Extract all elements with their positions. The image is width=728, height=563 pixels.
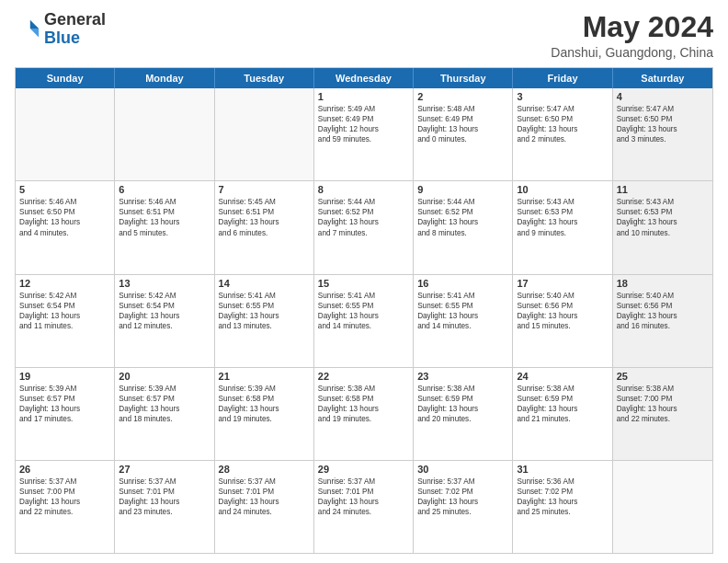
day-number: 20 [119,371,210,382]
day-cell-28: 28Sunrise: 5:37 AMSunset: 7:01 PMDayligh… [215,461,314,553]
cell-line: Sunset: 7:01 PM [119,487,210,497]
cell-line: Sunset: 6:55 PM [318,301,409,311]
cell-line: Sunset: 6:52 PM [417,207,508,217]
day-cell-20: 20Sunrise: 5:39 AMSunset: 6:57 PMDayligh… [115,368,214,460]
day-number: 1 [318,91,409,102]
svg-marker-1 [30,29,39,37]
cell-line: Sunset: 6:57 PM [19,394,110,404]
header-day-thursday: Thursday [414,68,513,88]
svg-marker-0 [30,20,39,29]
day-cell-empty [613,461,712,553]
cell-line: Daylight: 13 hours [417,124,508,134]
cell-line: Sunset: 6:53 PM [517,207,608,217]
day-cell-29: 29Sunrise: 5:37 AMSunset: 7:01 PMDayligh… [314,461,414,553]
cell-line: and 14 minutes. [318,321,409,331]
cell-line: Daylight: 13 hours [617,217,709,227]
day-number: 28 [219,464,310,475]
cell-line: Sunrise: 5:42 AM [19,291,110,301]
day-cell-25: 25Sunrise: 5:38 AMSunset: 7:00 PMDayligh… [613,368,712,460]
cell-line: and 9 minutes. [517,228,608,238]
cell-line: Sunrise: 5:38 AM [417,384,508,394]
cell-line: and 24 minutes. [219,507,310,517]
cell-line: Sunrise: 5:49 AM [318,104,409,114]
day-number: 18 [617,278,709,289]
cell-line: Daylight: 13 hours [417,311,508,321]
cell-line: Sunrise: 5:37 AM [417,477,508,487]
title-block: May 2024 Danshui, Guangdong, China [551,11,713,60]
header: General Blue May 2024 Danshui, Guangdong… [15,11,713,60]
cell-line: and 11 minutes. [19,321,110,331]
cell-line: Sunrise: 5:39 AM [219,384,310,394]
cell-line: and 22 minutes. [19,507,110,517]
logo-text-general: General [44,11,106,29]
day-cell-11: 11Sunrise: 5:43 AMSunset: 6:53 PMDayligh… [613,181,712,273]
cell-line: and 17 minutes. [19,414,110,424]
cell-line: Sunrise: 5:42 AM [119,291,210,301]
week-row-5: 26Sunrise: 5:37 AMSunset: 7:00 PMDayligh… [16,461,712,553]
day-cell-17: 17Sunrise: 5:40 AMSunset: 6:56 PMDayligh… [513,275,612,367]
cell-line: Sunrise: 5:37 AM [119,477,210,487]
day-number: 31 [517,464,608,475]
cell-line: Daylight: 13 hours [219,497,310,507]
cell-line: Sunset: 7:02 PM [417,487,508,497]
cell-line: and 20 minutes. [417,414,508,424]
cell-line: and 2 minutes. [517,134,608,144]
cell-line: Sunset: 6:56 PM [617,301,709,311]
cell-line: Sunset: 6:54 PM [119,301,210,311]
cell-line: Daylight: 13 hours [517,217,608,227]
cell-line: and 25 minutes. [417,507,508,517]
day-cell-9: 9Sunrise: 5:44 AMSunset: 6:52 PMDaylight… [414,181,513,273]
day-number: 29 [318,464,409,475]
cell-line: Daylight: 13 hours [119,497,210,507]
cell-line: and 19 minutes. [219,414,310,424]
day-number: 25 [617,371,709,382]
cell-line: Sunset: 6:49 PM [417,114,508,124]
day-cell-19: 19Sunrise: 5:39 AMSunset: 6:57 PMDayligh… [16,368,115,460]
day-number: 10 [517,184,608,195]
cell-line: Daylight: 13 hours [219,404,310,414]
day-cell-4: 4Sunrise: 5:47 AMSunset: 6:50 PMDaylight… [613,88,712,180]
day-number: 27 [119,464,210,475]
day-number: 12 [19,278,110,289]
cell-line: Sunrise: 5:47 AM [617,104,709,114]
logo: General Blue [15,11,106,48]
day-cell-23: 23Sunrise: 5:38 AMSunset: 6:59 PMDayligh… [414,368,513,460]
cell-line: Sunrise: 5:38 AM [617,384,709,394]
day-number: 16 [417,278,508,289]
header-day-friday: Friday [513,68,612,88]
day-number: 22 [318,371,409,382]
week-row-3: 12Sunrise: 5:42 AMSunset: 6:54 PMDayligh… [16,275,712,368]
header-day-sunday: Sunday [16,68,115,88]
cell-line: Daylight: 13 hours [417,217,508,227]
cell-line: Sunrise: 5:43 AM [517,197,608,207]
cell-line: Sunset: 6:55 PM [417,301,508,311]
cell-line: Sunrise: 5:46 AM [19,197,110,207]
cell-line: Sunset: 6:58 PM [219,394,310,404]
cell-line: Sunset: 6:58 PM [318,394,409,404]
cell-line: Sunrise: 5:37 AM [318,477,409,487]
calendar: SundayMondayTuesdayWednesdayThursdayFrid… [15,67,713,554]
week-row-2: 5Sunrise: 5:46 AMSunset: 6:50 PMDaylight… [16,181,712,274]
cell-line: Daylight: 13 hours [318,217,409,227]
cell-line: Daylight: 13 hours [318,497,409,507]
cell-line: Sunset: 7:02 PM [517,487,608,497]
cell-line: Sunrise: 5:40 AM [617,291,709,301]
cell-line: and 13 minutes. [219,321,310,331]
cell-line: Sunrise: 5:46 AM [119,197,210,207]
day-number: 19 [19,371,110,382]
day-number: 2 [417,91,508,102]
cell-line: and 21 minutes. [517,414,608,424]
cell-line: Sunrise: 5:38 AM [517,384,608,394]
cell-line: Sunrise: 5:48 AM [417,104,508,114]
cell-line: and 14 minutes. [417,321,508,331]
cell-line: Sunset: 6:51 PM [219,207,310,217]
cell-line: Sunrise: 5:39 AM [19,384,110,394]
cell-line: Sunrise: 5:45 AM [219,197,310,207]
cell-line: and 24 minutes. [318,507,409,517]
cell-line: and 16 minutes. [617,321,709,331]
cell-line: Sunset: 6:55 PM [219,301,310,311]
day-cell-10: 10Sunrise: 5:43 AMSunset: 6:53 PMDayligh… [513,181,612,273]
cell-line: Daylight: 13 hours [617,124,709,134]
day-cell-30: 30Sunrise: 5:37 AMSunset: 7:02 PMDayligh… [414,461,513,553]
calendar-body: 1Sunrise: 5:49 AMSunset: 6:49 PMDaylight… [16,88,712,553]
